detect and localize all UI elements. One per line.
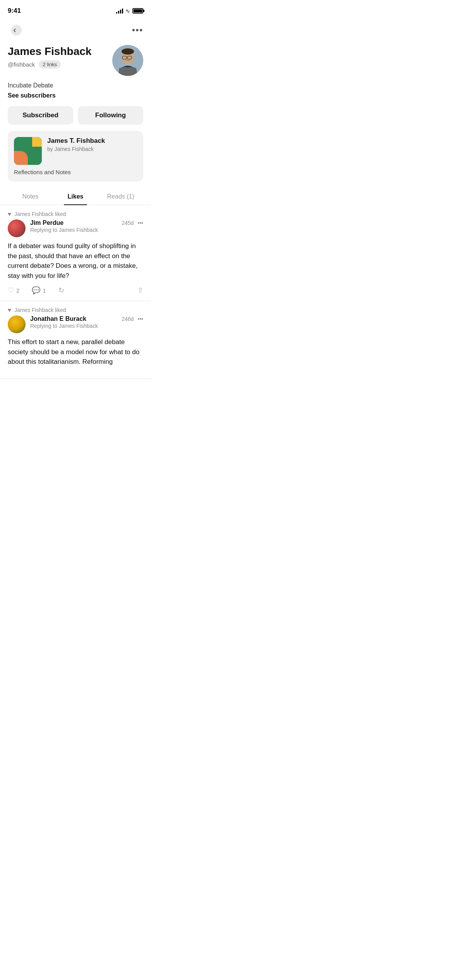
newsletter-inner: James T. Fishback by James Fishback [14, 137, 137, 165]
tab-reads[interactable]: Reads (1) [98, 188, 143, 205]
post-author-name-2: Jonathan E Burack [30, 315, 86, 322]
liked-label-2: ♥ James Fishback liked [0, 301, 151, 315]
post-info-2: Jonathan E Burack 246d ••• Replying to J… [30, 315, 143, 329]
signal-icon [116, 8, 123, 14]
wifi-icon: ∿ [125, 8, 130, 14]
newsletter-description: Reflections and Notes [14, 169, 137, 175]
bio-text: Incubate Debate [8, 82, 143, 89]
comment-icon-1: 💬 [32, 286, 40, 295]
post-card-2: Jonathan E Burack 246d ••• Replying to J… [0, 315, 151, 379]
profile-links-badge[interactable]: 2 links [39, 60, 61, 69]
action-buttons: Subscribed Following [0, 101, 151, 129]
status-bar: 9:41 ∿ [0, 0, 151, 19]
post-more-icon-2[interactable]: ••• [137, 316, 143, 322]
post-author-name-1: Jim Perdue [30, 219, 63, 226]
back-button[interactable]: ‹ [8, 23, 22, 37]
subscribed-button[interactable]: Subscribed [8, 106, 73, 125]
profile-handle: @fishback [8, 61, 35, 68]
post-time-more-2: 246d ••• [122, 316, 143, 322]
liked-label-text-1: James Fishback liked [14, 211, 66, 217]
newsletter-thumbnail [14, 137, 42, 165]
post-share-action-1[interactable]: ⇧ [137, 286, 143, 295]
post-card-1: Jim Perdue 245d ••• Replying to James Fi… [0, 219, 151, 301]
newsletter-meta: James T. Fishback by James Fishback [47, 137, 137, 152]
post-avatar-1[interactable] [8, 219, 26, 237]
post-more-icon-1[interactable]: ••• [137, 220, 143, 226]
post-time-1: 245d [122, 220, 134, 226]
following-button[interactable]: Following [78, 106, 143, 125]
newsletter-card[interactable]: James T. Fishback by James Fishback Refl… [8, 131, 143, 182]
avatar-image [112, 45, 143, 76]
svg-point-6 [122, 48, 134, 55]
post-author-row-2: Jonathan E Burack 246d ••• [30, 315, 143, 322]
post-restack-action-1[interactable]: ↻ [58, 286, 64, 295]
share-icon-1: ⇧ [137, 286, 143, 295]
like-icon-1: ♡ [8, 286, 14, 295]
status-time: 9:41 [8, 7, 21, 15]
post-time-more-1: 245d ••• [122, 220, 143, 226]
profile-section: James Fishback @fishback 2 links [0, 41, 151, 82]
tab-likes[interactable]: Likes [53, 188, 98, 205]
status-icons: ∿ [116, 8, 143, 14]
bio-section: Incubate Debate See subscribers [0, 82, 151, 101]
newsletter-author: by James Fishback [47, 146, 137, 152]
post-body-1: If a debater was found guilty of shoplif… [8, 241, 143, 281]
like-count-1: 2 [16, 287, 19, 294]
post-time-2: 246d [122, 316, 134, 322]
avatar [112, 45, 143, 76]
avatar-jim-image [8, 219, 26, 237]
back-arrow-icon: ‹ [13, 26, 16, 34]
see-subscribers[interactable]: See subscribers [8, 92, 143, 99]
post-info-1: Jim Perdue 245d ••• Replying to James Fi… [30, 219, 143, 233]
post-author-row-1: Jim Perdue 245d ••• [30, 219, 143, 226]
heart-icon-1: ♥ [8, 211, 11, 217]
profile-name: James Fishback [8, 45, 112, 58]
post-replying-1: Replying to James Fishback [30, 227, 143, 233]
liked-label-text-2: James Fishback liked [14, 307, 66, 313]
post-avatar-2[interactable] [8, 315, 26, 333]
header-nav: ‹ ••• [0, 19, 151, 41]
liked-label-1: ♥ James Fishback liked [0, 205, 151, 219]
restack-icon-1: ↻ [58, 286, 64, 295]
profile-info: James Fishback @fishback 2 links [8, 45, 112, 69]
more-button[interactable]: ••• [132, 25, 143, 35]
post-like-action-1[interactable]: ♡ 2 [8, 286, 19, 295]
comment-count-1: 1 [43, 287, 46, 294]
post-comment-action-1[interactable]: 💬 1 [32, 286, 46, 295]
post-replying-2: Replying to James Fishback [30, 323, 143, 329]
profile-meta: @fishback 2 links [8, 60, 112, 69]
feed: ♥ James Fishback liked Jim Perdue 245d •… [0, 205, 151, 379]
tab-notes[interactable]: Notes [8, 188, 53, 205]
tabs: Notes Likes Reads (1) [0, 188, 151, 205]
heart-icon-2: ♥ [8, 307, 11, 313]
post-body-2: This effort to start a new, parallel deb… [8, 337, 143, 367]
post-header-2: Jonathan E Burack 246d ••• Replying to J… [8, 315, 143, 333]
back-circle [11, 25, 22, 36]
avatar-jonathan-image [8, 315, 26, 333]
post-actions-1: ♡ 2 💬 1 ↻ ⇧ [8, 286, 143, 295]
battery-icon [132, 8, 143, 14]
newsletter-title: James T. Fishback [47, 137, 137, 145]
post-header-1: Jim Perdue 245d ••• Replying to James Fi… [8, 219, 143, 237]
